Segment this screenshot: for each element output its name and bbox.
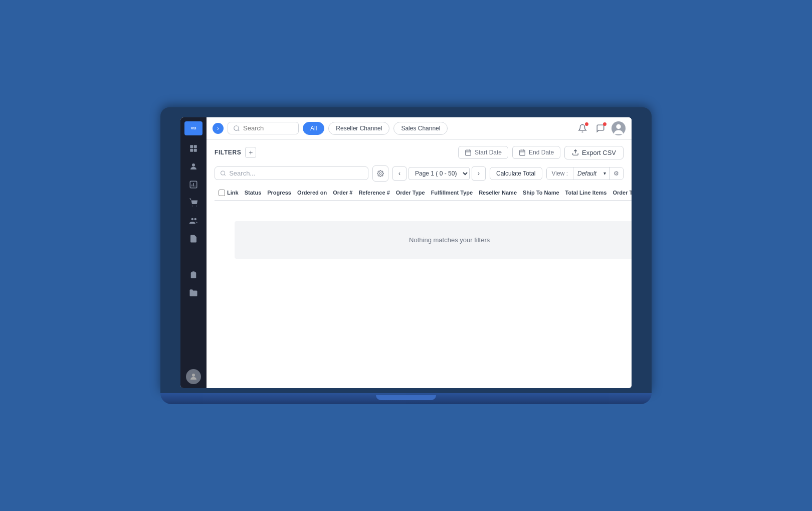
sidebar: VB — [180, 117, 207, 388]
calendar-icon — [465, 149, 472, 156]
th-reseller-name: Reseller Name — [476, 186, 520, 201]
tab-sales-channel[interactable]: Sales Channel — [393, 122, 448, 135]
filters-row: FILTERS + Start Date — [215, 146, 624, 159]
expand-sidebar-button[interactable]: › — [213, 123, 224, 134]
svg-point-12 — [194, 218, 197, 220]
th-status: Status — [242, 186, 265, 201]
svg-line-19 — [238, 129, 240, 131]
chevron-down-icon: ▾ — [600, 168, 609, 179]
table-settings-button[interactable] — [372, 165, 388, 182]
global-search-bar[interactable] — [228, 122, 299, 134]
table-search-icon — [220, 170, 226, 177]
gear-icon — [377, 170, 384, 177]
calculate-total-button[interactable]: Calculate Total — [490, 167, 542, 180]
search-icon — [233, 125, 240, 132]
calendar-end-icon — [519, 149, 526, 156]
pagination-controls: ‹ Page 1 ( 0 - 50) › — [392, 166, 486, 181]
svg-rect-1 — [194, 145, 197, 148]
svg-rect-0 — [190, 145, 193, 148]
svg-point-32 — [379, 173, 381, 175]
sidebar-item-analytics[interactable] — [184, 249, 202, 265]
page-select[interactable]: Page 1 ( 0 - 50) — [409, 167, 470, 180]
svg-line-31 — [224, 175, 225, 176]
topbar: › All Reseller Channel Sales Channel — [207, 117, 632, 140]
start-date-button[interactable]: Start Date — [458, 146, 508, 159]
upload-icon — [572, 149, 579, 156]
svg-rect-21 — [466, 150, 471, 155]
table-search-bar[interactable] — [215, 166, 368, 180]
empty-state-row: Nothing matches your filters — [215, 201, 632, 279]
user-avatar-topbar[interactable] — [612, 121, 626, 135]
view-gear-icon[interactable]: ⚙ — [609, 167, 623, 180]
tab-all[interactable]: All — [303, 122, 324, 135]
sidebar-item-reports[interactable] — [184, 177, 202, 193]
empty-state-message: Nothing matches your filters — [235, 221, 632, 259]
svg-point-18 — [234, 125, 239, 130]
add-filter-button[interactable]: + — [245, 147, 256, 158]
end-date-label: End Date — [529, 149, 554, 156]
svg-point-4 — [192, 163, 195, 166]
sidebar-item-documents[interactable] — [184, 231, 202, 247]
th-reference-num: Reference # — [355, 186, 392, 201]
topbar-right — [575, 121, 626, 135]
export-csv-button[interactable]: Export CSV — [564, 146, 624, 159]
th-checkbox: Link — [215, 186, 242, 201]
page-content: FILTERS + Start Date — [207, 140, 632, 388]
orders-table: Link Status Progress Ordered on Order # … — [215, 186, 632, 279]
table-search-input[interactable] — [229, 169, 363, 177]
sidebar-item-users[interactable] — [184, 158, 202, 175]
pagination-prev-button[interactable]: ‹ — [392, 166, 407, 181]
end-date-button[interactable]: End Date — [512, 146, 560, 159]
svg-point-20 — [616, 124, 621, 128]
th-fulfillment-type: Fulfillment Type — [428, 186, 476, 201]
filters-label: FILTERS — [215, 149, 241, 156]
message-badge — [603, 122, 606, 126]
th-total-line-items: Total Line Items — [562, 186, 610, 201]
svg-point-10 — [196, 206, 197, 207]
th-ordered-on: Ordered on — [294, 186, 330, 201]
view-selector[interactable]: View : Default ▾ ⚙ — [546, 167, 624, 180]
th-order-total: Order Total — [610, 186, 632, 201]
sidebar-item-folder[interactable] — [184, 285, 202, 301]
table-body: Nothing matches your filters — [215, 201, 632, 279]
main-content: › All Reseller Channel Sales Channel — [207, 117, 632, 388]
laptop-base — [160, 393, 652, 404]
global-search-input[interactable] — [243, 124, 293, 132]
svg-rect-2 — [190, 148, 193, 151]
svg-point-30 — [221, 171, 225, 175]
export-csv-label: Export CSV — [582, 149, 616, 156]
select-all-checkbox[interactable] — [219, 190, 225, 196]
sidebar-item-team[interactable] — [184, 213, 202, 229]
svg-rect-25 — [520, 150, 525, 155]
tab-reseller-channel[interactable]: Reseller Channel — [328, 122, 389, 135]
notifications-button[interactable] — [575, 121, 589, 135]
th-order-num: Order # — [330, 186, 355, 201]
table-toolbar: ‹ Page 1 ( 0 - 50) › Calculate Total Vie… — [215, 165, 624, 182]
svg-rect-16 — [192, 271, 195, 273]
user-avatar-sidebar[interactable] — [186, 369, 201, 384]
messages-button[interactable] — [593, 121, 607, 135]
th-ship-to-name: Ship To Name — [520, 186, 562, 201]
th-link-label: Link — [227, 190, 239, 196]
view-value: Default — [573, 167, 600, 180]
start-date-label: Start Date — [475, 149, 502, 156]
sidebar-item-clipboard[interactable] — [184, 267, 202, 283]
svg-point-11 — [191, 218, 194, 220]
th-progress: Progress — [264, 186, 294, 201]
view-label: View : — [547, 167, 573, 180]
svg-point-9 — [192, 206, 193, 207]
svg-rect-3 — [194, 148, 197, 151]
notification-badge — [585, 122, 588, 126]
sidebar-item-orders[interactable] — [184, 195, 202, 211]
pagination-next-button[interactable]: › — [472, 166, 486, 181]
sidebar-bottom — [186, 369, 201, 384]
app-logo[interactable]: VB — [184, 121, 202, 135]
sidebar-item-dashboard[interactable] — [184, 140, 202, 156]
table-header: Link Status Progress Ordered on Order # … — [215, 186, 632, 201]
filters-right: Start Date End Date — [458, 146, 624, 159]
svg-point-17 — [192, 374, 195, 377]
th-order-type: Order Type — [393, 186, 428, 201]
